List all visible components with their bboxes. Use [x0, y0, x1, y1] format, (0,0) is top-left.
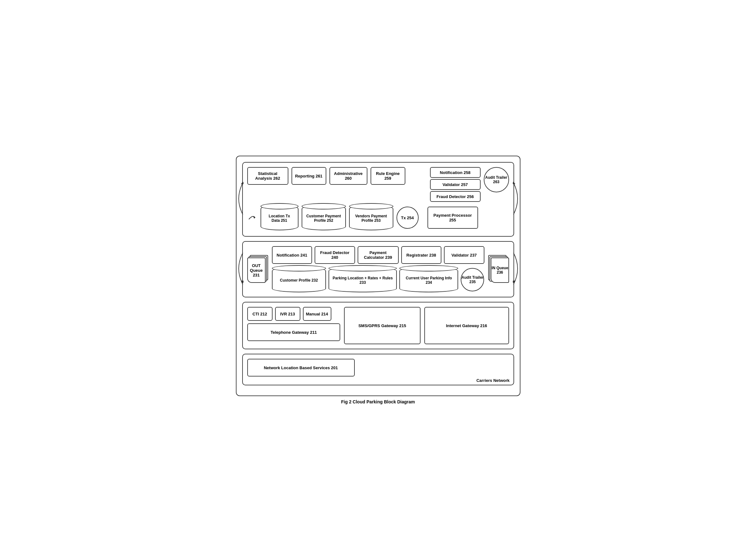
sms-gateway-panel: SMS/GPRS Gateway 215 [344, 307, 420, 344]
stat-analysis-box: Statistical Analysis 262 [247, 167, 288, 185]
main-diagram: Statistical Analysis 262 Reporting 261 A… [236, 156, 521, 396]
s1-top-row: Statistical Analysis 262 Reporting 261 A… [247, 167, 509, 202]
ivr213-box: IVR 213 [275, 307, 300, 321]
validator257-box: Validator 257 [430, 179, 481, 190]
cti212-box: CTI 212 [247, 307, 273, 321]
fraud-detector240-box: Fraud Detector 240 [315, 246, 355, 264]
section-1: Statistical Analysis 262 Reporting 261 A… [242, 162, 514, 237]
section-4: Network Location Based Services 201 Carr… [242, 354, 514, 385]
payment-processor255-box: Payment Processor 255 [427, 206, 478, 229]
vendors-payment-cylinder: Vendors Payment Profile 253 [349, 205, 393, 230]
stacked-right-boxes: Notification 258 Validator 257 Fraud Det… [430, 167, 481, 202]
in-queue-stack: IN Queue 236 [487, 255, 509, 283]
parking-location233-cylinder: Parking Location + Rates + Rules 233 [329, 267, 397, 292]
s1-bottom-row: Location Tx Data 251 Customer Payment Pr… [247, 205, 509, 230]
internet-gateway216-box: Internet Gateway 216 [424, 307, 509, 344]
administrative-box: Administrative 260 [330, 167, 368, 185]
nlbs201-box: Network Location Based Services 201 [247, 359, 355, 377]
notification258-box: Notification 258 [430, 167, 481, 178]
audit-trailer235-bubble: Audit Trailer 235 [461, 268, 484, 292]
section-3: CTI 212 IVR 213 Manual 214 Telephone Gat… [242, 302, 514, 349]
tx254-oval: Tx 254 [397, 206, 419, 229]
location-tx-cylinder: Location Tx Data 251 [260, 205, 298, 230]
out-queue231-doc: OUT Queue 231 [247, 258, 266, 283]
notification241-box: Notification 241 [272, 246, 312, 264]
carriers-network-label: Carriers Network [477, 378, 510, 383]
s3-left-top: CTI 212 IVR 213 Manual 214 [247, 307, 340, 321]
out-queue-stack: OUT Queue 231 [247, 255, 269, 283]
current-user234-cylinder: Current User Parking Info 234 [399, 267, 458, 292]
svg-marker-0 [241, 182, 244, 184]
reporting-box: Reporting 261 [292, 167, 326, 185]
payment-calculator239-box: Payment Calculator 239 [358, 246, 399, 264]
internet-gateway-panel: Internet Gateway 216 [424, 307, 509, 344]
svg-marker-1 [513, 182, 516, 184]
in-queue236-doc: IN Queue 236 [491, 258, 509, 283]
audit-trailer263-bubble: Audit Trailer 263 [484, 167, 509, 192]
telephone-gateway-panel: CTI 212 IVR 213 Manual 214 Telephone Gat… [247, 307, 340, 344]
sms-gprs215-box: SMS/GPRS Gateway 215 [344, 307, 420, 344]
customer-payment-cylinder: Customer Payment Profile 252 [302, 205, 346, 230]
page-wrapper: Statistical Analysis 262 Reporting 261 A… [236, 156, 521, 404]
s3-inner: CTI 212 IVR 213 Manual 214 Telephone Gat… [247, 307, 509, 344]
figure-caption: Fig 2 Cloud Parking Block Diagram [236, 399, 521, 404]
section-2: OUT Queue 231 Notification 241 Fraud Det… [242, 241, 514, 297]
customer-profile232-cylinder: Customer Profile 232 [272, 267, 326, 292]
fraud-detector256-box: Fraud Detector 256 [430, 191, 481, 202]
manual214-box: Manual 214 [303, 307, 331, 321]
telephone-gateway211-box: Telephone Gateway 211 [247, 323, 340, 341]
rule-engine-box: Rule Engine 259 [371, 167, 405, 185]
registrater238-box: Registrater 238 [401, 246, 442, 264]
validator237-box: Validator 237 [444, 246, 484, 264]
